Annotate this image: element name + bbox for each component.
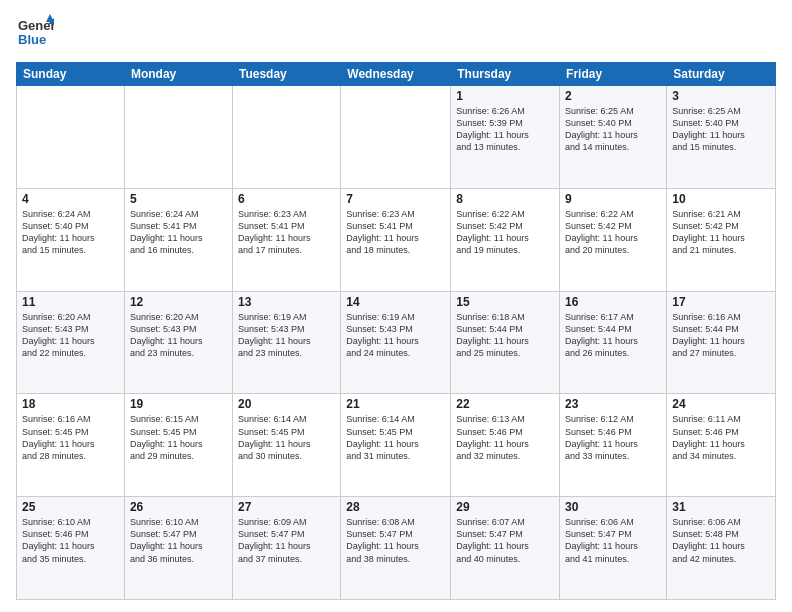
day-info: Sunrise: 6:13 AM Sunset: 5:46 PM Dayligh… bbox=[456, 413, 554, 462]
calendar-cell: 16Sunrise: 6:17 AM Sunset: 5:44 PM Dayli… bbox=[560, 291, 667, 394]
day-number: 15 bbox=[456, 295, 554, 309]
calendar-cell: 11Sunrise: 6:20 AM Sunset: 5:43 PM Dayli… bbox=[17, 291, 125, 394]
weekday-header-thursday: Thursday bbox=[451, 63, 560, 86]
calendar-cell: 10Sunrise: 6:21 AM Sunset: 5:42 PM Dayli… bbox=[667, 188, 776, 291]
day-info: Sunrise: 6:14 AM Sunset: 5:45 PM Dayligh… bbox=[346, 413, 445, 462]
day-info: Sunrise: 6:23 AM Sunset: 5:41 PM Dayligh… bbox=[346, 208, 445, 257]
day-number: 5 bbox=[130, 192, 227, 206]
calendar-cell: 18Sunrise: 6:16 AM Sunset: 5:45 PM Dayli… bbox=[17, 394, 125, 497]
calendar-cell: 13Sunrise: 6:19 AM Sunset: 5:43 PM Dayli… bbox=[232, 291, 340, 394]
weekday-header-row: SundayMondayTuesdayWednesdayThursdayFrid… bbox=[17, 63, 776, 86]
weekday-header-tuesday: Tuesday bbox=[232, 63, 340, 86]
day-info: Sunrise: 6:08 AM Sunset: 5:47 PM Dayligh… bbox=[346, 516, 445, 565]
calendar-cell: 28Sunrise: 6:08 AM Sunset: 5:47 PM Dayli… bbox=[341, 497, 451, 600]
calendar-week-2: 4Sunrise: 6:24 AM Sunset: 5:40 PM Daylig… bbox=[17, 188, 776, 291]
day-number: 18 bbox=[22, 397, 119, 411]
day-number: 27 bbox=[238, 500, 335, 514]
logo-icon: General Blue bbox=[16, 12, 54, 50]
day-number: 8 bbox=[456, 192, 554, 206]
day-info: Sunrise: 6:11 AM Sunset: 5:46 PM Dayligh… bbox=[672, 413, 770, 462]
day-info: Sunrise: 6:19 AM Sunset: 5:43 PM Dayligh… bbox=[238, 311, 335, 360]
calendar-cell: 4Sunrise: 6:24 AM Sunset: 5:40 PM Daylig… bbox=[17, 188, 125, 291]
weekday-header-monday: Monday bbox=[124, 63, 232, 86]
day-number: 13 bbox=[238, 295, 335, 309]
day-info: Sunrise: 6:06 AM Sunset: 5:47 PM Dayligh… bbox=[565, 516, 661, 565]
calendar-cell: 8Sunrise: 6:22 AM Sunset: 5:42 PM Daylig… bbox=[451, 188, 560, 291]
day-number: 17 bbox=[672, 295, 770, 309]
day-info: Sunrise: 6:24 AM Sunset: 5:41 PM Dayligh… bbox=[130, 208, 227, 257]
calendar-week-1: 1Sunrise: 6:26 AM Sunset: 5:39 PM Daylig… bbox=[17, 86, 776, 189]
weekday-header-friday: Friday bbox=[560, 63, 667, 86]
day-info: Sunrise: 6:25 AM Sunset: 5:40 PM Dayligh… bbox=[565, 105, 661, 154]
day-number: 7 bbox=[346, 192, 445, 206]
calendar-week-5: 25Sunrise: 6:10 AM Sunset: 5:46 PM Dayli… bbox=[17, 497, 776, 600]
calendar-cell: 25Sunrise: 6:10 AM Sunset: 5:46 PM Dayli… bbox=[17, 497, 125, 600]
day-number: 20 bbox=[238, 397, 335, 411]
header: General Blue bbox=[16, 12, 776, 54]
day-number: 2 bbox=[565, 89, 661, 103]
calendar-cell: 6Sunrise: 6:23 AM Sunset: 5:41 PM Daylig… bbox=[232, 188, 340, 291]
day-info: Sunrise: 6:22 AM Sunset: 5:42 PM Dayligh… bbox=[565, 208, 661, 257]
calendar-cell: 2Sunrise: 6:25 AM Sunset: 5:40 PM Daylig… bbox=[560, 86, 667, 189]
day-number: 30 bbox=[565, 500, 661, 514]
calendar-week-4: 18Sunrise: 6:16 AM Sunset: 5:45 PM Dayli… bbox=[17, 394, 776, 497]
day-number: 31 bbox=[672, 500, 770, 514]
calendar-cell: 27Sunrise: 6:09 AM Sunset: 5:47 PM Dayli… bbox=[232, 497, 340, 600]
day-info: Sunrise: 6:23 AM Sunset: 5:41 PM Dayligh… bbox=[238, 208, 335, 257]
calendar-cell: 20Sunrise: 6:14 AM Sunset: 5:45 PM Dayli… bbox=[232, 394, 340, 497]
day-info: Sunrise: 6:16 AM Sunset: 5:44 PM Dayligh… bbox=[672, 311, 770, 360]
day-info: Sunrise: 6:24 AM Sunset: 5:40 PM Dayligh… bbox=[22, 208, 119, 257]
weekday-header-saturday: Saturday bbox=[667, 63, 776, 86]
calendar-cell: 24Sunrise: 6:11 AM Sunset: 5:46 PM Dayli… bbox=[667, 394, 776, 497]
calendar-week-3: 11Sunrise: 6:20 AM Sunset: 5:43 PM Dayli… bbox=[17, 291, 776, 394]
day-info: Sunrise: 6:06 AM Sunset: 5:48 PM Dayligh… bbox=[672, 516, 770, 565]
calendar-cell: 31Sunrise: 6:06 AM Sunset: 5:48 PM Dayli… bbox=[667, 497, 776, 600]
calendar-cell: 22Sunrise: 6:13 AM Sunset: 5:46 PM Dayli… bbox=[451, 394, 560, 497]
day-info: Sunrise: 6:25 AM Sunset: 5:40 PM Dayligh… bbox=[672, 105, 770, 154]
day-info: Sunrise: 6:22 AM Sunset: 5:42 PM Dayligh… bbox=[456, 208, 554, 257]
day-number: 28 bbox=[346, 500, 445, 514]
calendar-cell: 1Sunrise: 6:26 AM Sunset: 5:39 PM Daylig… bbox=[451, 86, 560, 189]
calendar-cell: 30Sunrise: 6:06 AM Sunset: 5:47 PM Dayli… bbox=[560, 497, 667, 600]
day-info: Sunrise: 6:21 AM Sunset: 5:42 PM Dayligh… bbox=[672, 208, 770, 257]
calendar-cell: 15Sunrise: 6:18 AM Sunset: 5:44 PM Dayli… bbox=[451, 291, 560, 394]
day-number: 23 bbox=[565, 397, 661, 411]
calendar-cell bbox=[17, 86, 125, 189]
day-number: 16 bbox=[565, 295, 661, 309]
day-number: 4 bbox=[22, 192, 119, 206]
weekday-header-sunday: Sunday bbox=[17, 63, 125, 86]
calendar-table: SundayMondayTuesdayWednesdayThursdayFrid… bbox=[16, 62, 776, 600]
day-info: Sunrise: 6:20 AM Sunset: 5:43 PM Dayligh… bbox=[22, 311, 119, 360]
calendar-cell: 14Sunrise: 6:19 AM Sunset: 5:43 PM Dayli… bbox=[341, 291, 451, 394]
day-number: 9 bbox=[565, 192, 661, 206]
calendar-cell bbox=[341, 86, 451, 189]
day-number: 24 bbox=[672, 397, 770, 411]
day-info: Sunrise: 6:17 AM Sunset: 5:44 PM Dayligh… bbox=[565, 311, 661, 360]
day-number: 25 bbox=[22, 500, 119, 514]
logo: General Blue bbox=[16, 12, 54, 54]
day-number: 26 bbox=[130, 500, 227, 514]
calendar-cell: 26Sunrise: 6:10 AM Sunset: 5:47 PM Dayli… bbox=[124, 497, 232, 600]
calendar-cell: 17Sunrise: 6:16 AM Sunset: 5:44 PM Dayli… bbox=[667, 291, 776, 394]
calendar-cell: 7Sunrise: 6:23 AM Sunset: 5:41 PM Daylig… bbox=[341, 188, 451, 291]
day-info: Sunrise: 6:09 AM Sunset: 5:47 PM Dayligh… bbox=[238, 516, 335, 565]
day-info: Sunrise: 6:26 AM Sunset: 5:39 PM Dayligh… bbox=[456, 105, 554, 154]
calendar-cell: 23Sunrise: 6:12 AM Sunset: 5:46 PM Dayli… bbox=[560, 394, 667, 497]
page: General Blue SundayMondayTuesdayWednesda… bbox=[0, 0, 792, 612]
day-info: Sunrise: 6:14 AM Sunset: 5:45 PM Dayligh… bbox=[238, 413, 335, 462]
calendar-cell: 3Sunrise: 6:25 AM Sunset: 5:40 PM Daylig… bbox=[667, 86, 776, 189]
day-number: 14 bbox=[346, 295, 445, 309]
day-number: 22 bbox=[456, 397, 554, 411]
calendar-cell bbox=[124, 86, 232, 189]
calendar-cell: 29Sunrise: 6:07 AM Sunset: 5:47 PM Dayli… bbox=[451, 497, 560, 600]
day-info: Sunrise: 6:10 AM Sunset: 5:47 PM Dayligh… bbox=[130, 516, 227, 565]
calendar-cell: 9Sunrise: 6:22 AM Sunset: 5:42 PM Daylig… bbox=[560, 188, 667, 291]
day-number: 3 bbox=[672, 89, 770, 103]
day-info: Sunrise: 6:10 AM Sunset: 5:46 PM Dayligh… bbox=[22, 516, 119, 565]
svg-text:Blue: Blue bbox=[18, 32, 46, 47]
calendar-cell: 19Sunrise: 6:15 AM Sunset: 5:45 PM Dayli… bbox=[124, 394, 232, 497]
calendar-cell: 5Sunrise: 6:24 AM Sunset: 5:41 PM Daylig… bbox=[124, 188, 232, 291]
day-info: Sunrise: 6:15 AM Sunset: 5:45 PM Dayligh… bbox=[130, 413, 227, 462]
calendar-cell bbox=[232, 86, 340, 189]
day-number: 10 bbox=[672, 192, 770, 206]
